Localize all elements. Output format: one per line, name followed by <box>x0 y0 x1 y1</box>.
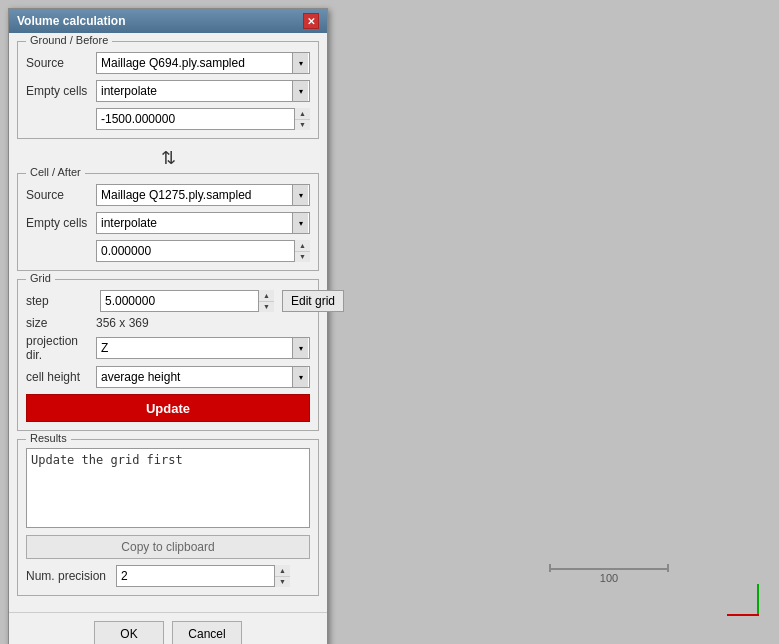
grid-step-input[interactable] <box>100 290 274 312</box>
cell-height-input[interactable] <box>96 240 310 262</box>
ground-empty-cells-row: Empty cells interpolate ▾ <box>26 80 310 102</box>
cell-source-label: Source <box>26 188 96 202</box>
grid-step-up[interactable]: ▲ <box>259 290 274 302</box>
y-axis-icon <box>757 584 759 616</box>
ground-height-row: ▲ ▼ <box>26 108 310 130</box>
grid-projection-wrapper: Z ▾ <box>96 337 310 359</box>
dialog-body: Ground / Before Source Maillage Q694.ply… <box>9 33 327 612</box>
ground-source-wrapper: Maillage Q694.ply.sampled ▾ <box>96 52 310 74</box>
swap-icon[interactable]: ⇅ <box>161 147 176 169</box>
cell-height-spinner: ▲ ▼ <box>96 240 310 262</box>
grid-size-value: 356 x 369 <box>96 316 149 330</box>
num-precision-down[interactable]: ▼ <box>275 577 290 588</box>
edit-grid-button[interactable]: Edit grid <box>282 290 344 312</box>
num-precision-label: Num. precision <box>26 569 116 583</box>
num-precision-up[interactable]: ▲ <box>275 565 290 577</box>
ground-empty-cells-select[interactable]: interpolate <box>96 80 310 102</box>
ground-empty-cells-wrapper: interpolate ▾ <box>96 80 310 102</box>
cell-source-wrapper: Maillage Q1275.ply.sampled ▾ <box>96 184 310 206</box>
num-precision-spinner: ▲ ▼ <box>116 565 290 587</box>
cancel-button[interactable]: Cancel <box>172 621 242 644</box>
grid-cell-height-label: cell height <box>26 370 96 384</box>
results-group-label: Results <box>26 432 71 444</box>
ruler-area: 100 <box>549 568 669 584</box>
grid-projection-row: projection dir. Z ▾ <box>26 334 310 362</box>
grid-cell-height-select[interactable]: average height <box>96 366 310 388</box>
ground-height-down[interactable]: ▼ <box>295 120 310 131</box>
axes-icon <box>723 580 759 616</box>
ground-height-up[interactable]: ▲ <box>295 108 310 120</box>
ground-height-spinner: ▲ ▼ <box>96 108 310 130</box>
results-group: Results Copy to clipboard Num. precision… <box>17 439 319 596</box>
cell-empty-cells-wrapper: interpolate ▾ <box>96 212 310 234</box>
grid-size-row: size 356 x 369 <box>26 316 310 330</box>
ruler-line <box>549 568 669 570</box>
ground-before-label: Ground / Before <box>26 34 112 46</box>
grid-step-spinner-buttons: ▲ ▼ <box>258 290 274 312</box>
results-textarea[interactable] <box>26 448 310 528</box>
cell-empty-cells-label: Empty cells <box>26 216 96 230</box>
cell-height-down[interactable]: ▼ <box>295 252 310 263</box>
ground-before-group: Ground / Before Source Maillage Q694.ply… <box>17 41 319 139</box>
num-precision-row: Num. precision ▲ ▼ <box>26 565 310 587</box>
ground-source-select[interactable]: Maillage Q694.ply.sampled <box>96 52 310 74</box>
grid-step-row: step ▲ ▼ Edit grid <box>26 290 310 312</box>
copy-clipboard-button[interactable]: Copy to clipboard <box>26 535 310 559</box>
cell-empty-cells-select[interactable]: interpolate <box>96 212 310 234</box>
ground-source-row: Source Maillage Q694.ply.sampled ▾ <box>26 52 310 74</box>
dialog-footer: OK Cancel <box>9 612 327 644</box>
grid-group-label: Grid <box>26 272 55 284</box>
grid-projection-select[interactable]: Z <box>96 337 310 359</box>
cell-height-up[interactable]: ▲ <box>295 240 310 252</box>
grid-cell-height-row: cell height average height ▾ <box>26 366 310 388</box>
cell-empty-cells-row: Empty cells interpolate ▾ <box>26 212 310 234</box>
x-axis-icon <box>727 614 759 616</box>
ground-height-spinner-buttons: ▲ ▼ <box>294 108 310 130</box>
num-precision-input[interactable] <box>116 565 290 587</box>
cell-after-label: Cell / After <box>26 166 85 178</box>
volume-calculation-dialog: Volume calculation ✕ Ground / Before Sou… <box>8 8 328 644</box>
grid-step-label: step <box>26 294 96 308</box>
ground-source-label: Source <box>26 56 96 70</box>
grid-size-label: size <box>26 316 96 330</box>
dialog-title: Volume calculation <box>17 14 125 28</box>
grid-cell-height-wrapper: average height ▾ <box>96 366 310 388</box>
title-bar: Volume calculation ✕ <box>9 9 327 33</box>
ok-button[interactable]: OK <box>94 621 164 644</box>
ruler-label: 100 <box>549 572 669 584</box>
grid-step-spinner: ▲ ▼ <box>100 290 274 312</box>
update-button[interactable]: Update <box>26 394 310 422</box>
ground-empty-cells-label: Empty cells <box>26 84 96 98</box>
close-button[interactable]: ✕ <box>303 13 319 29</box>
cell-source-select[interactable]: Maillage Q1275.ply.sampled <box>96 184 310 206</box>
grid-projection-label: projection dir. <box>26 334 96 362</box>
cell-source-row: Source Maillage Q1275.ply.sampled ▾ <box>26 184 310 206</box>
grid-group: Grid step ▲ ▼ Edit grid size 356 x 369 <box>17 279 319 431</box>
cell-height-row: ▲ ▼ <box>26 240 310 262</box>
ground-height-input[interactable] <box>96 108 310 130</box>
cell-height-spinner-buttons: ▲ ▼ <box>294 240 310 262</box>
num-precision-spinner-buttons: ▲ ▼ <box>274 565 290 587</box>
cell-after-group: Cell / After Source Maillage Q1275.ply.s… <box>17 173 319 271</box>
grid-step-down[interactable]: ▼ <box>259 302 274 313</box>
